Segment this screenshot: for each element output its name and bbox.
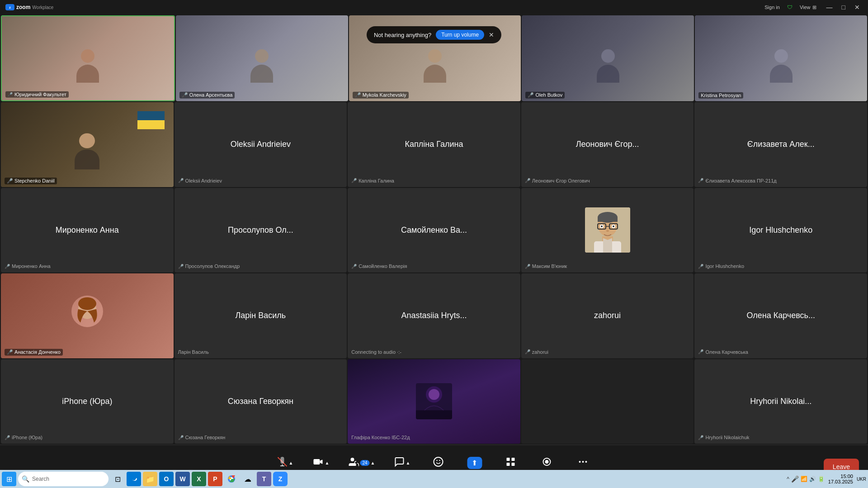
grid-tile-fr5[interactable]: Олена Карчевсь... 🎤 Олена Карчевська: [694, 273, 867, 358]
taskbar-language[interactable]: UKR: [857, 477, 866, 482]
share-icon: ⬆: [472, 459, 477, 467]
svg-rect-29: [507, 463, 510, 466]
tile-label-fr1: 🎤 Анастасія Донченко: [5, 349, 63, 356]
video-tile-tp2[interactable]: 🎤 Олена Арсентьєва: [176, 15, 348, 101]
apps-icon: [505, 456, 516, 470]
taskbar-edge-icon[interactable]: [127, 472, 141, 486]
taskbar-powerpoint-icon[interactable]: P: [208, 472, 222, 486]
grid-tile-fir1[interactable]: iPhone (Юра) 🎤 iPhone (Юра): [1, 359, 174, 444]
grid-tile-fr2[interactable]: Ларін Василь Ларін Василь: [175, 273, 347, 358]
taskbar-explorer-icon[interactable]: 📁: [143, 472, 157, 486]
taskbar-excel-icon[interactable]: X: [192, 472, 206, 486]
taskbar-outlook-icon[interactable]: O: [159, 472, 174, 486]
svg-point-32: [545, 460, 549, 464]
grid-tile-subname-fr2: Ларін Василь: [178, 349, 209, 355]
grid-tile-tr4[interactable]: 🎤 Максим В'юник: [521, 188, 694, 273]
mic-icon-tp1: 🎤: [8, 92, 13, 97]
mic-icon-tr2: 🎤: [178, 264, 184, 269]
grid-tile-fir3[interactable]: Глафіра Косенко ІБС-22д: [348, 359, 520, 444]
svg-rect-22: [314, 459, 320, 465]
chevron-icon[interactable]: ^: [787, 476, 789, 482]
grid-tile-tr5[interactable]: Igor Hlushchenko 🎤 Igor Hlushchenko: [694, 188, 867, 273]
grid-tile-name-fr3: Anastasiia Hryts...: [396, 307, 472, 324]
svg-rect-20: [416, 410, 452, 419]
mic-icon-tr3: 🎤: [351, 264, 357, 269]
ukraine-flag: [137, 111, 165, 129]
svg-rect-30: [512, 463, 515, 466]
mic-icon-sr3: 🎤: [351, 178, 357, 183]
grid-tile-sr1[interactable]: 🎤 Stepchenko Daniil: [1, 102, 174, 187]
zoom-icon: z: [5, 4, 14, 10]
taskbar-time: 15:00 17.03.2025: [828, 474, 853, 484]
system-tray: ^ 🎤 📶 🔊 🔋: [787, 475, 825, 483]
svg-rect-4: [598, 217, 618, 222]
clock: 15:00: [828, 474, 853, 479]
taskbar-right: ^ 🎤 📶 🔊 🔋 15:00 17.03.2025 UKR: [787, 474, 866, 484]
participants-icon: [348, 456, 359, 470]
chat-icon: [394, 456, 405, 470]
grid-tile-name-tr2: Просолупов Ол...: [222, 222, 299, 239]
svg-point-10: [601, 225, 603, 227]
sign-in-button[interactable]: Sign in: [764, 5, 780, 10]
mic-icon-sr4: 🎤: [525, 178, 530, 183]
grid-tile-name-fr4: zahorui: [589, 307, 626, 324]
grid-tile-name-fir5: Hryhorii Nikolai...: [745, 393, 817, 410]
turn-up-volume-button[interactable]: Turn up volume: [436, 30, 484, 40]
title-bar: z zoom Workplace Sign in 🛡 View ⊞ — □ ✕: [0, 0, 868, 14]
battery-icon[interactable]: 🔋: [818, 476, 825, 482]
view-button[interactable]: View ⊞: [800, 5, 816, 10]
grid-tile-subname-tr1: 🎤 Мироненко Анна: [5, 263, 51, 269]
maximize-button[interactable]: □: [839, 4, 848, 11]
grid-tile-sr5[interactable]: Єлизавета Алек... 🎤 Єлизавета Алексєєва …: [694, 102, 867, 187]
video-tile-tp4[interactable]: 🎤 Oleh Butkov: [522, 15, 694, 101]
svg-point-16: [78, 297, 96, 310]
grid-tile-name-fir2: Сюзана Геворкян: [222, 393, 299, 410]
grid-tile-fr1[interactable]: 🎤 Анастасія Донченко: [1, 273, 174, 358]
grid-tile-fir2[interactable]: Сюзана Геворкян 🎤 Сюзана Геворкян: [175, 359, 347, 444]
grid-tile-subname-sr4: 🎤 Леонович Єгор Олегович: [525, 178, 590, 183]
microphone-taskbar-icon[interactable]: 🎤: [791, 475, 799, 483]
task-view-button[interactable]: ⊡: [110, 472, 125, 486]
grid-tile-sr3[interactable]: Капліна Галина 🎤 Капліна Галина: [348, 102, 520, 187]
grid-tile-name-sr2: Oleksii Andrieiev: [225, 136, 296, 153]
title-bar-right: Sign in 🛡 View ⊞ — □ ✕: [764, 4, 863, 11]
tile-label-tp5: Kristina Petrosyan: [698, 92, 743, 99]
search-button[interactable]: 🔍 Search: [18, 472, 108, 486]
grid-tile-fr4[interactable]: zahorui 🎤 zahorui: [521, 273, 694, 358]
grid-tile-subname-fr5: 🎤 Олена Карчевська: [698, 349, 748, 355]
taskbar-word-icon[interactable]: W: [175, 472, 190, 486]
grid-tile-name-tr3: Самойленко Ва...: [396, 222, 472, 239]
close-button[interactable]: ✕: [852, 4, 863, 11]
grid-tile-sr4[interactable]: Леонович Єгор... 🎤 Леонович Єгор Олегови…: [521, 102, 694, 187]
grid-tile-fr3[interactable]: Anastasiia Hryts... Connecting to audio …: [348, 273, 520, 358]
video-feed-tp4: [522, 15, 694, 101]
svg-rect-27: [507, 458, 510, 461]
taskbar-zoom-icon[interactable]: Z: [273, 472, 288, 486]
svg-point-33: [579, 461, 581, 463]
grid-tile-fir5[interactable]: Hryhorii Nikolai... 🎤 Hryhorii Nikolaich…: [694, 359, 867, 444]
notification-close-button[interactable]: ✕: [489, 31, 494, 38]
grid-tile-sr2[interactable]: Oleksii Andrieiev 🎤 Oleksii Andrieiev: [175, 102, 347, 187]
taskbar-chrome-icon[interactable]: [224, 472, 239, 486]
window-controls: — □ ✕: [824, 4, 863, 11]
grid-tile-subname-tr2: 🎤 Просолупов Олександр: [178, 263, 240, 269]
taskbar-onedrive-icon[interactable]: ☁: [241, 472, 255, 486]
grid-tile-tr1[interactable]: Мироненко Анна 🎤 Мироненко Анна: [1, 188, 174, 273]
grid-tile-subname-tr4: 🎤 Максим В'юник: [525, 263, 567, 269]
shield-icon: 🛡: [787, 4, 793, 10]
video-tile-tp5[interactable]: Kristina Petrosyan: [695, 15, 867, 101]
grid-tile-subname-sr5: 🎤 Єлизавета Алексєєва ПР-211д: [698, 178, 776, 183]
svg-point-34: [582, 461, 584, 463]
mic-icon-tr4: 🎤: [525, 264, 530, 269]
grid-tile-tr3[interactable]: Самойленко Ва... 🎤 Самойленко Валерія: [348, 188, 520, 273]
volume-icon[interactable]: 🔊: [809, 476, 816, 482]
video-tile-tp1[interactable]: 🎤 Юридичний Факультет: [1, 15, 175, 101]
minimize-button[interactable]: —: [824, 4, 835, 11]
start-button[interactable]: ⊞: [2, 472, 16, 486]
taskbar-teams-icon[interactable]: T: [257, 472, 271, 486]
mic-icon-tr5: 🎤: [698, 264, 703, 269]
record-icon: [542, 456, 552, 470]
grid-tile-subname-fir5: 🎤 Hryhorii Nikolaichuk: [698, 435, 749, 440]
grid-tile-tr2[interactable]: Просолупов Ол... 🎤 Просолупов Олександр: [175, 188, 347, 273]
network-icon[interactable]: 📶: [801, 476, 807, 482]
